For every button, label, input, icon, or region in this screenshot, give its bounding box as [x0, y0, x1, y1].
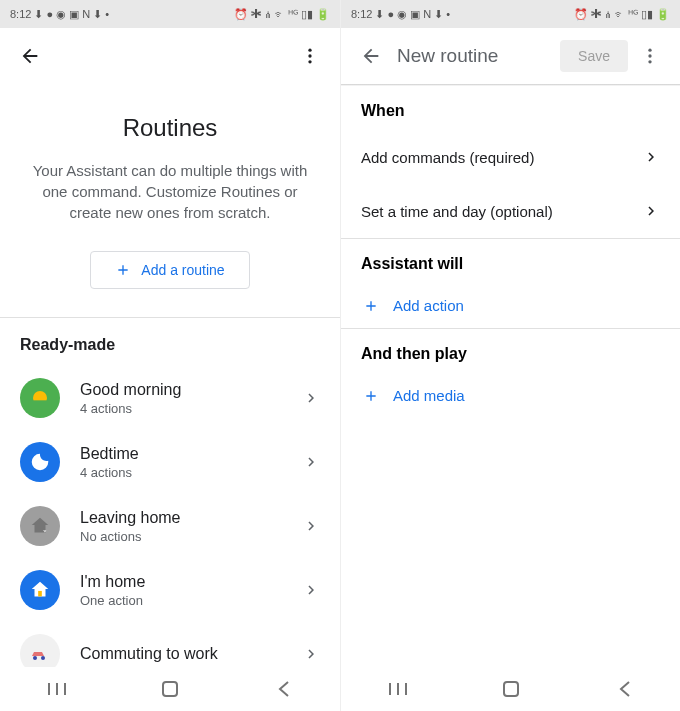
good-morning-icon: [20, 378, 60, 418]
routine-sub: 4 actions: [80, 401, 302, 416]
app-bar: [0, 28, 340, 84]
routine-sub: No actions: [80, 529, 302, 544]
routine-sub: One action: [80, 593, 302, 608]
plus-icon: [363, 298, 379, 314]
arrow-back-icon: [19, 45, 41, 67]
content: When Add commands (required) Set a time …: [341, 86, 680, 667]
status-bar: 8:12 ⬇ ● ◉ ▣ N ⬇ • ⏰ ✱ ⋔ ᯤ ᴴᴳ ▯▮ 🔋: [0, 0, 340, 28]
section-ready-made: Ready-made: [0, 318, 340, 366]
status-icons-right: ⏰ ✱ ⋔ ᯤ ᴴᴳ ▯▮ 🔋: [234, 8, 330, 21]
routine-item-im-home[interactable]: I'm home One action: [0, 558, 340, 622]
chevron-right-icon: [642, 202, 660, 220]
svg-point-12: [648, 49, 651, 52]
chevron-right-icon: [302, 389, 320, 407]
routine-item-good-morning[interactable]: Good morning 4 actions: [0, 366, 340, 430]
section-assistant-will: Assistant will: [341, 239, 680, 283]
page-subtitle: Your Assistant can do multiple things wi…: [0, 160, 340, 223]
overflow-menu[interactable]: [292, 38, 328, 74]
back-button[interactable]: [353, 38, 389, 74]
screen-new-routine: 8:12 ⬇ ● ◉ ▣ N ⬇ • ⏰ ✱ ⋔ ᯤ ᴴᴳ ▯▮ 🔋 New r…: [340, 0, 680, 711]
routine-name: Bedtime: [80, 445, 302, 463]
svg-rect-5: [38, 591, 42, 597]
svg-rect-11: [163, 682, 177, 696]
nav-bar: [341, 667, 680, 711]
routine-sub: 4 actions: [80, 465, 302, 480]
svg-point-14: [648, 60, 651, 63]
add-media-button[interactable]: Add media: [341, 373, 680, 418]
chevron-right-icon: [302, 453, 320, 471]
add-commands-row[interactable]: Add commands (required): [341, 130, 680, 184]
status-icons-right: ⏰ ✱ ⋔ ᯤ ᴴᴳ ▯▮ 🔋: [574, 8, 670, 21]
svg-point-7: [41, 656, 45, 660]
status-time: 8:12: [10, 8, 31, 20]
section-and-then-play: And then play: [341, 329, 680, 373]
more-vert-icon: [300, 46, 320, 66]
arrow-back-icon: [360, 45, 382, 67]
add-action-label: Add action: [393, 297, 464, 314]
routine-item-commuting[interactable]: Commuting to work: [0, 622, 340, 667]
nav-recents[interactable]: [368, 681, 428, 697]
nav-recents[interactable]: [27, 681, 87, 697]
bedtime-icon: [20, 442, 60, 482]
add-media-label: Add media: [393, 387, 465, 404]
chevron-right-icon: [302, 517, 320, 535]
add-action-button[interactable]: Add action: [341, 283, 680, 328]
plus-icon: [115, 262, 131, 278]
overflow-menu[interactable]: [632, 38, 668, 74]
svg-point-13: [648, 54, 651, 57]
routine-name: Good morning: [80, 381, 302, 399]
more-vert-icon: [640, 46, 660, 66]
screen-routines: 8:12 ⬇ ● ◉ ▣ N ⬇ • ⏰ ✱ ⋔ ᯤ ᴴᴳ ▯▮ 🔋 Routi…: [0, 0, 340, 711]
heading-assistant-will: Assistant will: [361, 255, 660, 273]
add-routine-label: Add a routine: [141, 262, 224, 278]
back-button[interactable]: [12, 38, 48, 74]
status-icons-left: ⬇ ● ◉ ▣ N ⬇ •: [375, 8, 450, 21]
svg-point-2: [308, 60, 311, 63]
page-title: Routines: [0, 114, 340, 142]
im-home-icon: [20, 570, 60, 610]
svg-point-1: [308, 54, 311, 57]
routine-item-bedtime[interactable]: Bedtime 4 actions: [0, 430, 340, 494]
routine-name: I'm home: [80, 573, 302, 591]
routine-name: Leaving home: [80, 509, 302, 527]
svg-rect-18: [504, 682, 518, 696]
routine-item-leaving-home[interactable]: Leaving home No actions: [0, 494, 340, 558]
plus-icon: [363, 388, 379, 404]
leaving-home-icon: [20, 506, 60, 546]
set-time-label: Set a time and day (optional): [361, 203, 553, 220]
status-bar: 8:12 ⬇ ● ◉ ▣ N ⬇ • ⏰ ✱ ⋔ ᯤ ᴴᴳ ▯▮ 🔋: [341, 0, 680, 28]
heading-and-then-play: And then play: [361, 345, 660, 363]
app-bar: New routine Save: [341, 28, 680, 84]
svg-point-6: [33, 656, 37, 660]
set-time-row[interactable]: Set a time and day (optional): [341, 184, 680, 238]
nav-bar: [0, 667, 340, 711]
nav-back[interactable]: [253, 680, 313, 698]
add-routine-button[interactable]: Add a routine: [90, 251, 250, 289]
commuting-icon: [20, 634, 60, 667]
svg-rect-4: [28, 400, 51, 409]
nav-back[interactable]: [594, 680, 654, 698]
status-time: 8:12: [351, 8, 372, 20]
svg-point-0: [308, 49, 311, 52]
save-button[interactable]: Save: [560, 40, 628, 72]
nav-home[interactable]: [481, 680, 541, 698]
app-bar-title: New routine: [397, 45, 560, 67]
section-when: When: [341, 86, 680, 130]
add-commands-label: Add commands (required): [361, 149, 534, 166]
nav-home[interactable]: [140, 680, 200, 698]
heading-when: When: [361, 102, 660, 120]
chevron-right-icon: [642, 148, 660, 166]
chevron-right-icon: [302, 581, 320, 599]
content: Routines Your Assistant can do multiple …: [0, 84, 340, 667]
status-icons-left: ⬇ ● ◉ ▣ N ⬇ •: [34, 8, 109, 21]
routine-name: Commuting to work: [80, 645, 302, 663]
chevron-right-icon: [302, 645, 320, 663]
